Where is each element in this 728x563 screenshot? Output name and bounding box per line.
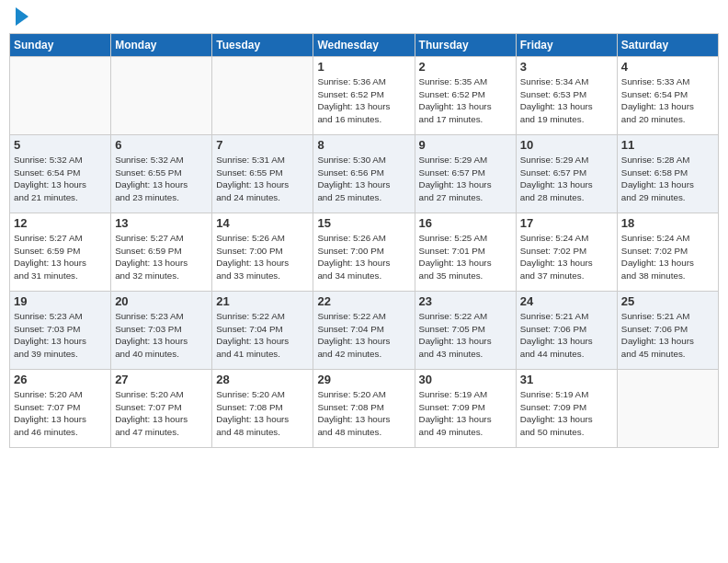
day-cell: 17Sunrise: 5:24 AMSunset: 7:02 PMDayligh… (516, 213, 617, 292)
day-number: 5 (14, 138, 107, 152)
day-number: 19 (14, 294, 107, 308)
day-cell: 16Sunrise: 5:25 AMSunset: 7:01 PMDayligh… (415, 213, 516, 292)
day-number: 23 (419, 294, 512, 308)
day-number: 6 (115, 138, 208, 152)
day-info: Sunrise: 5:20 AMSunset: 7:07 PMDaylight:… (115, 388, 208, 439)
day-cell: 31Sunrise: 5:19 AMSunset: 7:09 PMDayligh… (516, 370, 617, 448)
day-cell: 23Sunrise: 5:22 AMSunset: 7:05 PMDayligh… (415, 292, 516, 370)
day-number: 16 (419, 216, 512, 230)
day-cell: 20Sunrise: 5:23 AMSunset: 7:03 PMDayligh… (111, 292, 212, 370)
day-info: Sunrise: 5:24 AMSunset: 7:02 PMDaylight:… (520, 232, 613, 282)
day-number: 11 (621, 138, 714, 152)
day-cell (111, 57, 212, 135)
day-cell: 19Sunrise: 5:23 AMSunset: 7:03 PMDayligh… (10, 292, 111, 370)
day-cell (212, 57, 313, 135)
day-info: Sunrise: 5:19 AMSunset: 7:09 PMDaylight:… (520, 388, 613, 439)
day-info: Sunrise: 5:23 AMSunset: 7:03 PMDaylight:… (115, 310, 208, 361)
day-cell: 14Sunrise: 5:26 AMSunset: 7:00 PMDayligh… (212, 213, 313, 292)
day-cell: 26Sunrise: 5:20 AMSunset: 7:07 PMDayligh… (10, 370, 111, 448)
day-cell (10, 57, 111, 135)
day-info: Sunrise: 5:28 AMSunset: 6:58 PMDaylight:… (621, 154, 714, 204)
day-number: 10 (520, 138, 613, 152)
day-header-friday: Friday (516, 34, 617, 57)
day-cell: 18Sunrise: 5:24 AMSunset: 7:02 PMDayligh… (617, 213, 718, 292)
logo (13, 9, 28, 26)
day-cell: 27Sunrise: 5:20 AMSunset: 7:07 PMDayligh… (111, 370, 212, 448)
day-info: Sunrise: 5:35 AMSunset: 6:52 PMDaylight:… (419, 75, 512, 126)
day-number: 29 (317, 373, 410, 386)
day-info: Sunrise: 5:22 AMSunset: 7:04 PMDaylight:… (317, 310, 410, 361)
day-number: 24 (520, 294, 613, 308)
day-info: Sunrise: 5:25 AMSunset: 7:01 PMDaylight:… (419, 232, 512, 282)
day-header-thursday: Thursday (415, 34, 516, 57)
day-info: Sunrise: 5:29 AMSunset: 6:57 PMDaylight:… (520, 154, 613, 204)
day-info: Sunrise: 5:21 AMSunset: 7:06 PMDaylight:… (520, 310, 613, 361)
day-cell: 15Sunrise: 5:26 AMSunset: 7:00 PMDayligh… (313, 213, 415, 292)
day-number: 31 (520, 373, 613, 386)
day-cell: 1Sunrise: 5:36 AMSunset: 6:52 PMDaylight… (313, 57, 415, 135)
day-info: Sunrise: 5:20 AMSunset: 7:07 PMDaylight:… (14, 388, 107, 439)
day-cell: 11Sunrise: 5:28 AMSunset: 6:58 PMDayligh… (617, 135, 718, 213)
day-info: Sunrise: 5:27 AMSunset: 6:59 PMDaylight:… (115, 232, 208, 282)
day-cell: 7Sunrise: 5:31 AMSunset: 6:55 PMDaylight… (212, 135, 313, 213)
day-cell: 3Sunrise: 5:34 AMSunset: 6:53 PMDaylight… (516, 57, 617, 135)
day-number: 15 (317, 216, 410, 230)
day-info: Sunrise: 5:27 AMSunset: 6:59 PMDaylight:… (14, 232, 107, 282)
day-number: 12 (14, 216, 107, 230)
day-cell: 9Sunrise: 5:29 AMSunset: 6:57 PMDaylight… (415, 135, 516, 213)
day-number: 30 (419, 373, 512, 386)
day-number: 2 (419, 60, 512, 74)
day-cell (617, 370, 718, 448)
day-info: Sunrise: 5:20 AMSunset: 7:08 PMDaylight:… (317, 388, 410, 439)
day-cell: 12Sunrise: 5:27 AMSunset: 6:59 PMDayligh… (10, 213, 111, 292)
day-cell: 21Sunrise: 5:22 AMSunset: 7:04 PMDayligh… (212, 292, 313, 370)
day-cell: 8Sunrise: 5:30 AMSunset: 6:56 PMDaylight… (313, 135, 415, 213)
day-cell: 5Sunrise: 5:32 AMSunset: 6:54 PMDaylight… (10, 135, 111, 213)
week-row-2: 5Sunrise: 5:32 AMSunset: 6:54 PMDaylight… (10, 135, 719, 213)
day-info: Sunrise: 5:32 AMSunset: 6:54 PMDaylight:… (14, 154, 107, 204)
day-number: 14 (216, 216, 309, 230)
day-header-wednesday: Wednesday (313, 34, 415, 57)
day-number: 1 (317, 60, 410, 74)
day-info: Sunrise: 5:33 AMSunset: 6:54 PMDaylight:… (621, 75, 714, 126)
day-cell: 30Sunrise: 5:19 AMSunset: 7:09 PMDayligh… (415, 370, 516, 448)
day-number: 25 (621, 294, 714, 308)
day-number: 22 (317, 294, 410, 308)
day-cell: 24Sunrise: 5:21 AMSunset: 7:06 PMDayligh… (516, 292, 617, 370)
week-row-4: 19Sunrise: 5:23 AMSunset: 7:03 PMDayligh… (10, 292, 719, 370)
day-info: Sunrise: 5:23 AMSunset: 7:03 PMDaylight:… (14, 310, 107, 361)
day-info: Sunrise: 5:20 AMSunset: 7:08 PMDaylight:… (216, 388, 309, 439)
day-cell: 28Sunrise: 5:20 AMSunset: 7:08 PMDayligh… (212, 370, 313, 448)
day-number: 17 (520, 216, 613, 230)
day-number: 26 (14, 373, 107, 386)
day-number: 21 (216, 294, 309, 308)
day-cell: 13Sunrise: 5:27 AMSunset: 6:59 PMDayligh… (111, 213, 212, 292)
day-cell: 2Sunrise: 5:35 AMSunset: 6:52 PMDaylight… (415, 57, 516, 135)
day-cell: 4Sunrise: 5:33 AMSunset: 6:54 PMDaylight… (617, 57, 718, 135)
day-number: 20 (115, 294, 208, 308)
header-row: SundayMondayTuesdayWednesdayThursdayFrid… (10, 34, 719, 57)
day-number: 28 (216, 373, 309, 386)
day-number: 18 (621, 216, 714, 230)
day-header-saturday: Saturday (617, 34, 718, 57)
day-info: Sunrise: 5:36 AMSunset: 6:52 PMDaylight:… (317, 75, 410, 126)
day-info: Sunrise: 5:22 AMSunset: 7:04 PMDaylight:… (216, 310, 309, 361)
week-row-3: 12Sunrise: 5:27 AMSunset: 6:59 PMDayligh… (10, 213, 719, 292)
day-info: Sunrise: 5:32 AMSunset: 6:55 PMDaylight:… (115, 154, 208, 204)
day-number: 7 (216, 138, 309, 152)
day-cell: 25Sunrise: 5:21 AMSunset: 7:06 PMDayligh… (617, 292, 718, 370)
day-cell: 6Sunrise: 5:32 AMSunset: 6:55 PMDaylight… (111, 135, 212, 213)
day-info: Sunrise: 5:34 AMSunset: 6:53 PMDaylight:… (520, 75, 613, 126)
day-number: 9 (419, 138, 512, 152)
day-header-tuesday: Tuesday (212, 34, 313, 57)
calendar-table: SundayMondayTuesdayWednesdayThursdayFrid… (9, 33, 719, 448)
day-number: 13 (115, 216, 208, 230)
day-cell: 29Sunrise: 5:20 AMSunset: 7:08 PMDayligh… (313, 370, 415, 448)
day-number: 27 (115, 373, 208, 386)
day-number: 8 (317, 138, 410, 152)
day-info: Sunrise: 5:29 AMSunset: 6:57 PMDaylight:… (419, 154, 512, 204)
page-header (9, 9, 719, 26)
day-number: 3 (520, 60, 613, 74)
logo-arrow-icon (16, 7, 28, 26)
day-header-sunday: Sunday (10, 34, 111, 57)
